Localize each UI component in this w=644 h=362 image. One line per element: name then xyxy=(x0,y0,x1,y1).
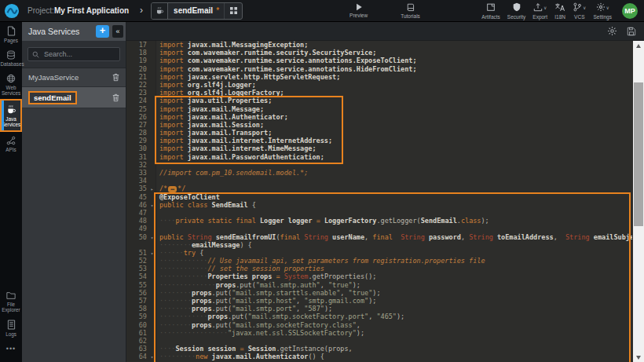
tool-settings-button[interactable]: ∨Settings xyxy=(594,2,613,20)
code-line[interactable]: 54············Properties props = System.… xyxy=(126,272,644,280)
code-area[interactable]: 17import javax.mail.MessagingException;1… xyxy=(126,41,644,362)
tutorials-button[interactable]: Tutorials xyxy=(401,2,420,19)
fold-arrow-icon[interactable]: ▸ xyxy=(148,185,156,192)
code-line[interactable]: 31import javax.mail.PasswordAuthenticati… xyxy=(126,153,644,161)
preview-button[interactable]: Preview xyxy=(349,3,368,18)
fold-arrow-icon[interactable]: ▾ xyxy=(148,353,156,360)
code-text: import javax.mail.PasswordAuthentication… xyxy=(156,153,632,161)
code-line[interactable]: 26import javax.mail.Authenticator; xyxy=(126,113,644,121)
trash-icon[interactable] xyxy=(112,93,119,102)
line-number: 22 xyxy=(126,81,148,89)
line-number: 25 xyxy=(126,105,148,113)
sidebar-item-pages[interactable]: Pages xyxy=(0,22,22,46)
line-number: 23 xyxy=(126,89,148,97)
code-line[interactable]: 48····private static final Logger logger… xyxy=(126,217,644,225)
save-icon[interactable] xyxy=(627,27,636,36)
code-line[interactable]: 55··············props.put("mail.smtp.aut… xyxy=(126,281,644,289)
code-line[interactable]: 33//import com.pm_10.sendemail.model.*; xyxy=(126,169,644,177)
fold-arrow-icon[interactable]: ▾ xyxy=(148,201,156,209)
sidebar-item-databases[interactable]: Databases xyxy=(0,46,22,70)
folded-region-badge[interactable]: … xyxy=(168,186,177,192)
tutorials-label: Tutorials xyxy=(401,13,420,19)
code-text: @ExposeToClient xyxy=(156,193,632,201)
code-line[interactable]: 50▾public String sendEmailfromUI(final S… xyxy=(126,233,644,241)
code-line[interactable]: 59············props.put("mail.smtp.socke… xyxy=(126,313,644,320)
code-line[interactable]: 22import org.slf4j.Logger; xyxy=(126,81,644,89)
code-line[interactable]: 61·················"javax.net.ssl.SSLSoc… xyxy=(126,329,644,337)
code-line[interactable]: 30import javax.mail.internet.MimeMessage… xyxy=(126,144,644,152)
tab-title: sendEmail xyxy=(168,6,216,15)
vertical-scrollbar[interactable] xyxy=(633,41,644,362)
code-line[interactable]: 58········props.put("mail.smtp.port", "5… xyxy=(126,305,644,313)
chevron-right-icon: › xyxy=(140,5,143,16)
code-line[interactable]: 24import java.util.Properties; xyxy=(126,97,644,104)
code-line[interactable]: 34 xyxy=(126,177,644,185)
code-text: public String sendEmailfromUI(final Stri… xyxy=(156,233,632,241)
code-line[interactable]: 57········props.put("mail.smtp.host", "s… xyxy=(126,297,644,305)
code-line[interactable]: 35▸/*…*/ xyxy=(126,185,644,192)
line-number: 20 xyxy=(126,65,148,73)
code-line[interactable]: 63····Session session = Session.getInsta… xyxy=(126,345,644,353)
collapse-panel-button[interactable]: « xyxy=(112,25,123,38)
fold-gutter xyxy=(148,41,156,49)
code-line[interactable]: 18import com.wavemaker.runtime.security.… xyxy=(126,49,644,57)
line-number: 48 xyxy=(126,217,148,225)
scroll-up-arrow-icon[interactable] xyxy=(633,41,644,50)
code-text xyxy=(156,225,632,232)
code-line[interactable]: ········emailMessage) { xyxy=(126,241,644,249)
workspace-grid-icon[interactable] xyxy=(224,3,242,19)
tool-artifacts-button[interactable]: Artifacts xyxy=(481,2,499,20)
search-box[interactable] xyxy=(27,47,120,61)
scrollbar-thumb[interactable] xyxy=(634,82,643,226)
code-line[interactable]: 56········props.put("mail.smtp.starttls.… xyxy=(126,289,644,297)
fold-gutter xyxy=(148,129,156,137)
fold-gutter xyxy=(148,57,156,64)
code-text: ········props.put("mail.smtp.host", "smt… xyxy=(156,297,632,305)
sidebar-item-file-explorer[interactable]: File Explorer xyxy=(0,287,22,316)
code-line[interactable]: 21import javax.servlet.http.HttpServletR… xyxy=(126,73,644,81)
add-service-button[interactable]: + xyxy=(96,25,109,38)
code-line[interactable]: 47 xyxy=(126,209,644,217)
code-line[interactable]: 64▾·········new javax.mail.Authenticator… xyxy=(126,353,644,360)
code-line[interactable]: 46▾public class SendEmail { xyxy=(126,201,644,209)
service-item-sendemail[interactable]: sendEmail xyxy=(22,87,126,108)
code-line[interactable]: 45@ExposeToClient xyxy=(126,193,644,201)
tool-vcs-button[interactable]: ∨VCS xyxy=(573,2,586,20)
sidebar-item-logs[interactable]: Logs xyxy=(0,316,22,340)
trash-icon[interactable] xyxy=(112,73,119,82)
code-line[interactable]: 19import com.wavemaker.runtime.service.a… xyxy=(126,57,644,64)
code-line[interactable]: 29import javax.mail.internet.InternetAdd… xyxy=(126,137,644,144)
fold-arrow-icon[interactable]: ▾ xyxy=(148,249,156,257)
code-line[interactable]: 53············// set the session propert… xyxy=(126,265,644,272)
tool-i18n-button[interactable]: I18N xyxy=(554,2,565,20)
sidebar-item-java-services[interactable]: Java Services xyxy=(0,99,22,132)
sidebar-item-web-services[interactable]: Web Services xyxy=(0,70,22,99)
code-line[interactable]: 52············// Use javamail api, set p… xyxy=(126,257,644,265)
code-line[interactable]: 60········props.put("mail.smtp.socketFac… xyxy=(126,321,644,329)
service-item-myjavaservice[interactable]: MyJavaService xyxy=(22,68,126,87)
code-line[interactable]: 32 xyxy=(126,161,644,169)
fold-gutter xyxy=(148,272,156,280)
code-line[interactable]: 17import javax.mail.MessagingException; xyxy=(126,41,644,49)
search-input[interactable] xyxy=(42,49,116,59)
code-line[interactable]: 49 xyxy=(126,225,644,232)
code-line[interactable]: 25import javax.mail.Message; xyxy=(126,105,644,113)
code-line[interactable]: 23import org.slf4j.LoggerFactory; xyxy=(126,89,644,97)
service-list: MyJavaServicesendEmail xyxy=(22,68,126,108)
more-options-button[interactable]: ••• xyxy=(0,340,22,357)
tool-security-button[interactable]: Security xyxy=(507,2,525,20)
editor-settings-gear-icon[interactable] xyxy=(607,26,617,36)
tool-export-button[interactable]: ∨Export xyxy=(532,2,547,20)
fold-arrow-icon[interactable]: ▾ xyxy=(148,233,156,241)
scroll-down-arrow-icon[interactable] xyxy=(633,353,644,362)
code-line[interactable]: 20import com.wavemaker.runtime.service.a… xyxy=(126,65,644,73)
code-line[interactable]: 27import javax.mail.Session; xyxy=(126,121,644,129)
code-line[interactable]: 51▾······try { xyxy=(126,249,644,257)
tab-sendemail[interactable]: sendEmail * xyxy=(151,2,243,20)
sidebar-item-apis[interactable]: APIs xyxy=(0,132,22,155)
code-text: ········props.put("mail.smtp.port", "587… xyxy=(156,305,632,313)
line-number: 49 xyxy=(126,225,148,232)
code-line[interactable]: 62 xyxy=(126,337,644,345)
code-line[interactable]: 28import javax.mail.Transport; xyxy=(126,129,644,137)
user-avatar[interactable]: MP xyxy=(622,3,638,19)
